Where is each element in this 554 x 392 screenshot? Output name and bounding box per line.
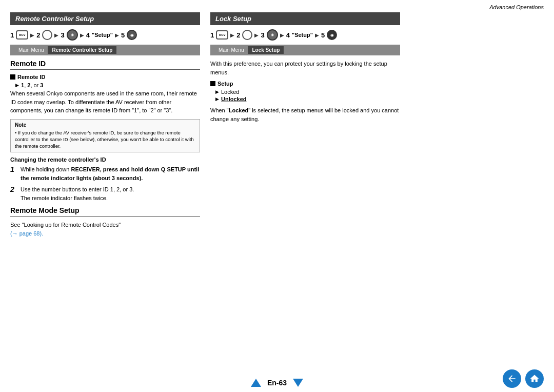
r-step4-num: 4 bbox=[286, 31, 290, 39]
locked-desc: When "Locked" is selected, the setup men… bbox=[210, 106, 400, 123]
arrow3: ▶ bbox=[80, 32, 84, 38]
arrow4: ▶ bbox=[115, 32, 119, 38]
note-title: Note bbox=[15, 122, 195, 128]
right-breadcrumb: Main Menu Lock Setup bbox=[210, 45, 400, 55]
changing-heading: Changing the remote controller's ID bbox=[10, 156, 200, 163]
breadcrumb-active: Remote Controller Setup bbox=[48, 46, 116, 54]
locked-item-text: Locked bbox=[221, 89, 239, 95]
arrow1: ▶ bbox=[30, 32, 34, 38]
step4-num: 4 bbox=[86, 31, 90, 39]
unlocked-item: ▶ Unlocked bbox=[215, 96, 400, 102]
breadcrumb-main: Main Menu bbox=[14, 46, 48, 54]
step2-content: Use the number buttons to enter ID 1, 2,… bbox=[21, 185, 134, 202]
remote-mode-heading: Remote Mode Setup bbox=[10, 206, 200, 217]
black-square-icon bbox=[10, 74, 15, 80]
r-arrow3: ▶ bbox=[280, 32, 284, 38]
r-step5-num: 5 bbox=[321, 31, 325, 39]
r-step5-circle: ◉ bbox=[327, 30, 337, 40]
step1-text: While holding down RECEIVER, press and h… bbox=[21, 166, 199, 181]
bottom-nav: En-63 bbox=[0, 374, 554, 392]
receiver-icon: RCV bbox=[16, 30, 28, 40]
remote-mode-section: Remote Mode Setup See "Looking up for Re… bbox=[10, 206, 200, 238]
setup-sub: Setup bbox=[210, 81, 400, 87]
num-1: 1 bbox=[10, 165, 16, 173]
remote-id-body: When several Onkyo components are used i… bbox=[10, 89, 200, 115]
step1-content: While holding down RECEIVER, press and h… bbox=[21, 165, 200, 182]
r-black-square-icon bbox=[210, 81, 215, 86]
remote-mode-body: See "Looking up for Remote Control Codes… bbox=[10, 221, 200, 238]
remote-id-options-text: 1, 2, or 3 bbox=[21, 82, 43, 88]
r-step1-num: 1 bbox=[210, 31, 214, 39]
right-section-title: Lock Setup bbox=[210, 12, 400, 25]
r-setup-text: "Setup" bbox=[292, 32, 313, 38]
unlocked-item-text: Unlocked bbox=[221, 96, 247, 102]
r-step2-circle bbox=[242, 30, 252, 40]
r-step3-num: 3 bbox=[261, 31, 264, 39]
page-label: En-63 bbox=[267, 379, 287, 387]
home-button[interactable] bbox=[525, 369, 544, 388]
right-intro-text: With this preference, you can protect yo… bbox=[210, 60, 400, 76]
step5-circle: ◉ bbox=[127, 30, 137, 40]
remote-id-sub: Remote ID bbox=[10, 74, 200, 80]
left-breadcrumb: Main Menu Remote Controller Setup bbox=[10, 45, 200, 55]
arrow2: ▶ bbox=[54, 32, 58, 38]
r-receiver-icon: RCV bbox=[216, 30, 228, 40]
header-title: Advanced Operations bbox=[489, 4, 544, 10]
r-arrow4: ▶ bbox=[315, 32, 319, 38]
setup-text-left: "Setup" bbox=[92, 32, 113, 38]
step1-num: 1 bbox=[10, 31, 14, 39]
left-column: Remote Controller Setup 1 RCV ▶ 2 ▶ 3 ◉ … bbox=[10, 12, 200, 242]
num-2: 2 bbox=[10, 185, 16, 193]
step2-num: 2 bbox=[36, 31, 40, 39]
remote-mode-link[interactable]: (→ page 68). bbox=[10, 230, 43, 237]
note-box: Note • If you do change the AV receiver'… bbox=[10, 119, 200, 153]
setup-sub-label: Setup bbox=[217, 81, 233, 87]
numbered-item-1: 1 While holding down RECEIVER, press and… bbox=[10, 165, 200, 182]
back-icon bbox=[507, 374, 517, 384]
left-steps-row: 1 RCV ▶ 2 ▶ 3 ◉ ▶ 4 "Setup" ▶ 5 ◉ bbox=[10, 29, 200, 41]
r-arrow1: ▶ bbox=[230, 32, 234, 38]
bullet-arrow-icon: ▶ bbox=[15, 83, 19, 88]
remote-id-sub-label: Remote ID bbox=[17, 74, 45, 80]
step3-num: 3 bbox=[61, 31, 64, 39]
remote-id-heading: Remote ID bbox=[10, 60, 200, 70]
step5-num: 5 bbox=[121, 31, 125, 39]
r-breadcrumb-main: Main Menu bbox=[214, 46, 248, 54]
note-text: • If you do change the AV receiver's rem… bbox=[15, 129, 195, 150]
step2-sub: The remote indicator flashes twice. bbox=[21, 194, 134, 203]
r-arrow2: ▶ bbox=[254, 32, 259, 38]
back-button[interactable] bbox=[503, 369, 521, 388]
r-step3-circle: ◉ bbox=[267, 29, 278, 41]
page-header: Advanced Operations bbox=[0, 0, 554, 12]
nav-buttons-right bbox=[503, 369, 544, 388]
unlocked-arrow-icon: ▶ bbox=[215, 96, 219, 102]
locked-arrow-icon: ▶ bbox=[215, 89, 219, 94]
right-column: Lock Setup 1 RCV ▶ 2 ▶ 3 ◉ ▶ 4 "Setup" ▶… bbox=[210, 12, 400, 242]
page-indicator: En-63 bbox=[251, 379, 303, 387]
left-section-title: Remote Controller Setup bbox=[10, 12, 200, 25]
prev-page-button[interactable] bbox=[251, 379, 261, 387]
step2-circle bbox=[42, 30, 52, 40]
remote-mode-body-text: See "Looking up for Remote Control Codes… bbox=[10, 222, 121, 228]
r-step2-num: 2 bbox=[236, 31, 240, 39]
next-page-button[interactable] bbox=[293, 379, 303, 387]
remote-id-options: ▶ 1, 2, or 3 bbox=[15, 82, 200, 88]
home-icon bbox=[529, 374, 540, 384]
locked-item: ▶ Locked bbox=[215, 89, 400, 95]
numbered-item-2: 2 Use the number buttons to enter ID 1, … bbox=[10, 185, 200, 202]
r-breadcrumb-active: Lock Setup bbox=[248, 46, 284, 54]
step2-main: Use the number buttons to enter ID 1, 2,… bbox=[21, 185, 134, 194]
right-steps-row: 1 RCV ▶ 2 ▶ 3 ◉ ▶ 4 "Setup" ▶ 5 ◉ bbox=[210, 29, 400, 41]
step3-circle: ◉ bbox=[67, 29, 78, 41]
